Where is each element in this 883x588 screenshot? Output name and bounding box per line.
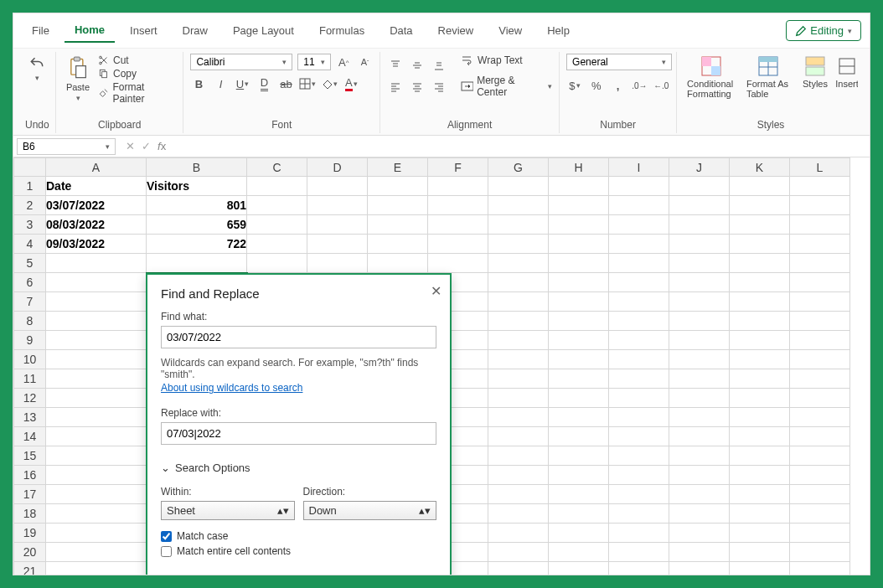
col-header-A[interactable]: A xyxy=(46,158,147,177)
align-center-button[interactable] xyxy=(409,79,426,95)
cell-G7[interactable] xyxy=(488,292,549,312)
cell-H13[interactable] xyxy=(549,408,609,427)
cell-F3[interactable] xyxy=(428,215,488,235)
cell-G8[interactable] xyxy=(488,312,549,331)
cell-G17[interactable] xyxy=(488,485,549,504)
cell-H6[interactable] xyxy=(549,273,609,292)
cell-G2[interactable] xyxy=(488,196,549,215)
row-header-8[interactable]: 8 xyxy=(14,312,46,331)
cell-F5[interactable] xyxy=(428,254,488,273)
cell-F1[interactable] xyxy=(428,177,488,196)
cell-K12[interactable] xyxy=(730,389,790,408)
match-entire-checkbox[interactable]: Match entire cell contents xyxy=(161,545,436,557)
cell-K14[interactable] xyxy=(730,427,790,446)
cell-I4[interactable] xyxy=(609,235,669,254)
cell-L11[interactable] xyxy=(790,369,850,389)
cell-G10[interactable] xyxy=(488,350,549,369)
tab-file[interactable]: File xyxy=(22,19,59,42)
decrease-decimal-button[interactable]: ←.0 xyxy=(653,77,669,94)
fill-color-button[interactable]: ▾ xyxy=(321,75,338,92)
font-name-select[interactable]: Calibri▾ xyxy=(190,54,292,70)
cell-I17[interactable] xyxy=(609,485,669,504)
currency-button[interactable]: $▾ xyxy=(566,77,583,94)
col-header-D[interactable]: D xyxy=(307,158,368,177)
within-select[interactable]: Sheet▴▾ xyxy=(161,501,295,520)
cell-J17[interactable] xyxy=(669,485,730,504)
tab-review[interactable]: Review xyxy=(428,19,484,42)
merge-center-button[interactable]: Merge & Center▾ xyxy=(461,74,552,99)
cell-I14[interactable] xyxy=(609,427,669,446)
align-right-button[interactable] xyxy=(431,79,447,95)
cell-H12[interactable] xyxy=(549,389,609,408)
cell-G18[interactable] xyxy=(488,504,549,524)
increase-font-button[interactable]: A^ xyxy=(336,54,352,70)
cell-L13[interactable] xyxy=(790,408,850,427)
cell-L16[interactable] xyxy=(790,466,850,485)
cell-I3[interactable] xyxy=(609,215,669,235)
cell-L3[interactable] xyxy=(790,215,850,235)
direction-select[interactable]: Down▴▾ xyxy=(303,501,437,520)
cell-A18[interactable] xyxy=(46,504,147,524)
col-header-I[interactable]: I xyxy=(609,158,669,177)
enter-icon[interactable]: ✓ xyxy=(142,140,151,152)
cell-H4[interactable] xyxy=(549,235,609,254)
cell-A20[interactable] xyxy=(46,543,147,562)
cancel-icon[interactable]: ✕ xyxy=(126,140,135,152)
row-header-15[interactable]: 15 xyxy=(14,446,46,466)
row-header-19[interactable]: 19 xyxy=(14,524,46,543)
tab-view[interactable]: View xyxy=(488,19,532,42)
cell-G6[interactable] xyxy=(488,273,549,292)
cell-I2[interactable] xyxy=(609,196,669,215)
cell-E4[interactable] xyxy=(368,235,428,254)
search-options-toggle[interactable]: ⌄ Search Options xyxy=(161,462,436,474)
paste-button[interactable]: Paste▾ xyxy=(63,54,93,104)
cell-I15[interactable] xyxy=(609,446,669,466)
cell-L17[interactable] xyxy=(790,485,850,504)
cell-E1[interactable] xyxy=(368,177,428,196)
cell-J5[interactable] xyxy=(669,254,730,273)
wrap-text-button[interactable]: Wrap Text xyxy=(461,54,552,67)
row-header-12[interactable]: 12 xyxy=(14,389,46,408)
format-as-table-button[interactable]: Format As Table xyxy=(743,54,794,101)
cell-I19[interactable] xyxy=(609,524,669,543)
cell-E5[interactable] xyxy=(368,254,428,273)
cell-I7[interactable] xyxy=(609,292,669,312)
cell-H8[interactable] xyxy=(549,312,609,331)
cell-G9[interactable] xyxy=(488,331,549,350)
row-header-3[interactable]: 3 xyxy=(14,215,46,235)
row-header-13[interactable]: 13 xyxy=(14,408,46,427)
row-header-6[interactable]: 6 xyxy=(14,273,46,292)
cell-K1[interactable] xyxy=(730,177,790,196)
align-left-button[interactable] xyxy=(387,79,404,95)
cell-H3[interactable] xyxy=(549,215,609,235)
row-header-5[interactable]: 5 xyxy=(14,254,46,273)
cell-L21[interactable] xyxy=(790,562,850,575)
cell-A8[interactable] xyxy=(46,312,147,331)
cell-C2[interactable] xyxy=(247,196,307,215)
cell-H1[interactable] xyxy=(549,177,609,196)
col-header-J[interactable]: J xyxy=(669,158,730,177)
cell-A6[interactable] xyxy=(46,273,147,292)
cell-L19[interactable] xyxy=(790,524,850,543)
match-case-checkbox[interactable]: Match case xyxy=(161,530,436,542)
row-header-1[interactable]: 1 xyxy=(14,177,46,196)
cell-F2[interactable] xyxy=(428,196,488,215)
cell-B4[interactable]: 722 xyxy=(147,235,247,254)
cell-G20[interactable] xyxy=(488,543,549,562)
cell-C1[interactable] xyxy=(247,177,307,196)
align-bottom-button[interactable] xyxy=(431,57,447,74)
cell-H7[interactable] xyxy=(549,292,609,312)
cell-I16[interactable] xyxy=(609,466,669,485)
cell-L12[interactable] xyxy=(790,389,850,408)
tab-page-layout[interactable]: Page Layout xyxy=(223,19,304,42)
tab-data[interactable]: Data xyxy=(380,19,422,42)
row-header-9[interactable]: 9 xyxy=(14,331,46,350)
cell-L20[interactable] xyxy=(790,543,850,562)
cell-L8[interactable] xyxy=(790,312,850,331)
select-all-corner[interactable] xyxy=(14,158,46,177)
double-underline-button[interactable]: D xyxy=(256,75,272,92)
col-header-G[interactable]: G xyxy=(488,158,549,177)
cell-A21[interactable] xyxy=(46,562,147,575)
cell-J11[interactable] xyxy=(669,369,730,389)
tab-draw[interactable]: Draw xyxy=(173,19,218,42)
